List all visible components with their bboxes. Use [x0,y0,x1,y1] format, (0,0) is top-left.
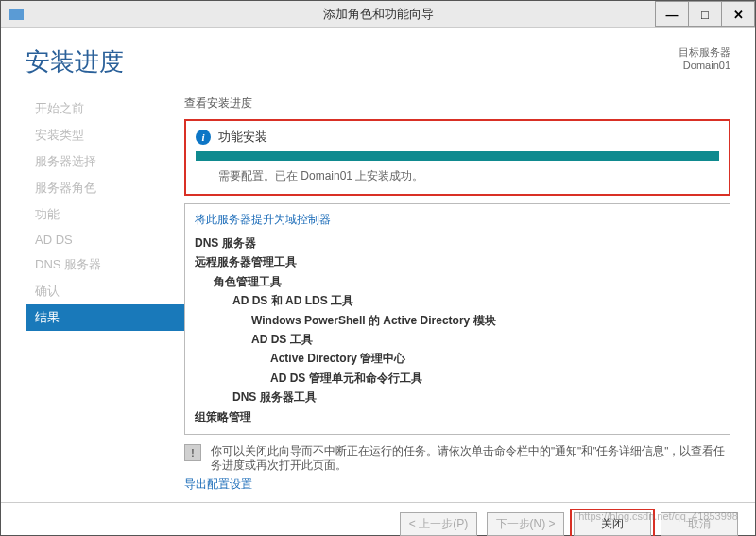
tree-item: 组策略管理 [195,407,720,426]
target-label: 目标服务器 [679,45,730,60]
nav-adds: AD DS [26,228,184,251]
promote-dc-link[interactable]: 将此服务器提升为域控制器 [195,212,720,228]
window-title: 添加角色和功能向导 [1,6,755,23]
status-title: 功能安装 [218,129,267,146]
close-window-button[interactable]: ✕ [721,1,755,27]
nav-results: 结果 [26,304,184,331]
app-icon [9,9,24,20]
flag-icon: ! [184,444,201,461]
nav-server-roles: 服务器角色 [26,175,184,201]
right-pane: 查看安装进度 i 功能安装 需要配置。已在 Domain01 上安装成功。 将此… [184,95,730,493]
titlebar: 添加角色和功能向导 — □ ✕ [1,1,755,28]
results-tree[interactable]: 将此服务器提升为域控制器 DNS 服务器远程服务器管理工具角色管理工具AD DS… [184,203,730,435]
status-message: 需要配置。已在 Domain01 上安装成功。 [196,168,719,184]
maximize-button[interactable]: □ [688,1,722,27]
nav-features: 功能 [26,201,184,228]
view-progress-label: 查看安装进度 [184,95,730,112]
tree-item: Windows PowerShell 的 Active Directory 模块 [251,311,720,330]
nav-dns: DNS 服务器 [26,251,184,278]
tree-item: AD DS 管理单元和命令行工具 [270,369,720,388]
export-config-link[interactable]: 导出配置设置 [184,476,730,493]
nav-server-select: 服务器选择 [26,148,184,175]
content-area: 安装进度 目标服务器 Domain01 开始之前 安装类型 服务器选择 服务器角… [1,28,755,502]
target-info: 目标服务器 Domain01 [679,45,730,71]
note-row: ! 你可以关闭此向导而不中断正在运行的任务。请依次单击命令栏中的"通知"和"任务… [184,444,730,473]
minimize-button[interactable]: — [655,1,689,27]
cancel-button: 取消 [661,512,738,536]
wizard-window: 添加角色和功能向导 — □ ✕ 安装进度 目标服务器 Domain01 开始之前… [0,0,756,536]
nav-before-begin: 开始之前 [26,95,184,122]
status-box: i 功能安装 需要配置。已在 Domain01 上安装成功。 [184,119,730,196]
footer: < 上一步(P) 下一步(N) > 关闭 取消 [1,502,755,536]
page-title: 安装进度 [26,45,124,78]
info-icon: i [196,130,211,145]
header-row: 安装进度 目标服务器 Domain01 [26,45,730,78]
tree-item: DNS 服务器 [195,233,720,252]
tree-item: Active Directory 管理中心 [270,349,720,368]
next-button: 下一步(N) > [487,512,564,536]
nav-confirm: 确认 [26,278,184,304]
tree-item: AD DS 和 AD LDS 工具 [232,291,720,310]
main-row: 开始之前 安装类型 服务器选择 服务器角色 功能 AD DS DNS 服务器 确… [26,95,730,493]
note-text: 你可以关闭此向导而不中断正在运行的任务。请依次单击命令栏中的"通知"和"任务详细… [211,444,730,473]
tree-item: DNS 服务器工具 [232,388,720,406]
tree-item: 角色管理工具 [214,272,720,291]
progress-bar [196,151,719,161]
nav-install-type: 安装类型 [26,122,184,148]
previous-button: < 上一步(P) [400,512,477,536]
window-controls: — □ ✕ [656,1,755,27]
tree-item: 远程服务器管理工具 [195,252,720,271]
tree-item: AD DS 工具 [251,330,720,349]
target-value: Domain01 [679,60,730,71]
sidebar: 开始之前 安装类型 服务器选择 服务器角色 功能 AD DS DNS 服务器 确… [26,95,184,493]
close-button[interactable]: 关闭 [574,512,651,536]
